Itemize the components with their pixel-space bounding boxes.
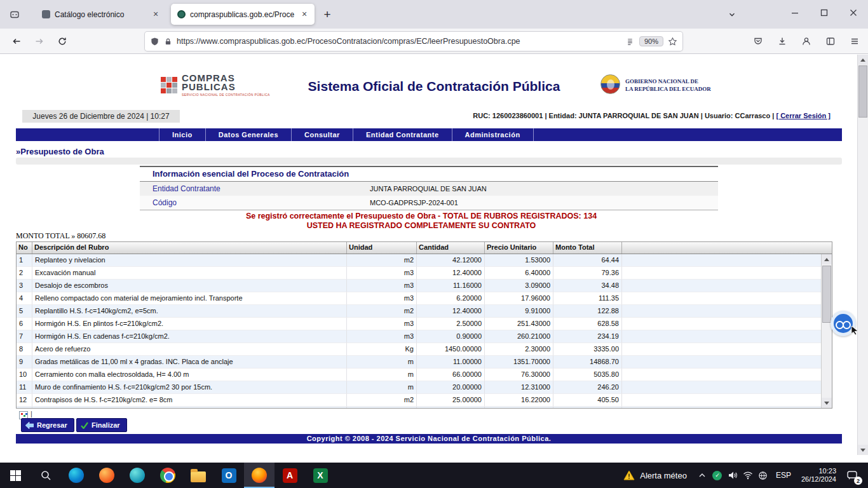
row-filler [622,280,821,292]
scroll-down-arrow[interactable] [822,398,832,408]
notifications-icon[interactable]: 2 [841,463,863,488]
menu-item-entidad-contratante[interactable]: Entidad Contratante [353,128,452,141]
row-cantidad: 20.00000 [417,381,485,394]
menu-item-inicio[interactable]: Inicio [159,128,205,141]
ruc-value: 1260023860001 [492,112,543,119]
scroll-down-arrow[interactable] [858,445,868,455]
list-tabs-chevron-icon[interactable] [723,8,741,22]
edge-icon[interactable] [61,463,92,488]
info-value: MCO-GADPRSJP-2024-001 [370,199,458,207]
network-globe-icon[interactable] [756,463,771,488]
row-cantidad: 2.50000 [417,318,485,330]
row-filler [622,254,821,267]
menu-item-administracion[interactable]: Administración [452,128,534,141]
row-no: 2 [17,267,32,280]
file-explorer-icon[interactable] [183,463,214,488]
regresar-button[interactable]: Regresar [21,418,74,432]
taskbar-clock[interactable]: 10:23 26/12/2024 [796,467,841,484]
browser-scrollbar[interactable] [857,55,868,455]
tab-compraspublicas[interactable]: compraspublicas.gob.ec/Proce × [171,4,315,25]
menu-item-consultar[interactable]: Consultar [291,128,353,141]
forward-button[interactable] [29,31,50,51]
row-filler [622,267,821,280]
excel-icon[interactable]: X [305,463,336,488]
row-precio-unitario: 2.30000 [485,343,553,356]
hidden-icons-chevron[interactable] [695,463,710,488]
language-indicator[interactable]: ESP [771,471,796,480]
row-precio-unitario: 6.40000 [485,267,553,280]
breadcrumb: »Presupuesto de Obra [16,147,104,156]
row-precio-unitario: 260.21000 [485,330,553,343]
finalizar-button[interactable]: Finalizar [76,418,127,432]
menu-hamburger-icon[interactable] [844,31,865,51]
windows-taskbar: O A X Alerta méteo ✓ ESP 10:23 [0,463,868,488]
row-descripcion: Muro de confinamiento H.S. f-c=210kg/cm2… [32,381,347,394]
entidad-label: Entidad: [549,112,577,119]
scroll-up-arrow[interactable] [858,55,868,65]
tab-close-icon[interactable]: × [298,8,311,21]
row-monto-total: 34.48 [553,280,622,292]
row-cantidad: 12.40000 [417,305,485,318]
start-button[interactable] [0,463,31,488]
windows-logo-icon [10,470,21,481]
acrobat-icon[interactable]: A [275,463,305,488]
info-row-entidad-contratante: Entidad ContratanteJUNTA PARROQUIAL DE S… [140,182,718,196]
row-unidad: m [347,356,417,369]
row-precio-unitario: 16.22000 [485,394,553,407]
brave-icon[interactable] [92,463,122,488]
outlook-icon[interactable]: O [214,463,244,488]
wifi-icon[interactable] [740,463,756,488]
table-scrollbar[interactable] [821,254,832,408]
row-monto-total: 234.19 [553,330,622,343]
new-tab-button[interactable]: + [318,6,336,24]
scrollbar-thumb[interactable] [858,65,867,118]
row-monto-total: 64.44 [553,254,622,267]
zoom-level[interactable]: 90% [639,36,663,46]
row-filler [622,394,821,407]
accessibility-widget[interactable] [831,311,856,336]
pocket-icon[interactable] [747,31,769,51]
reload-button[interactable] [52,31,72,51]
taskbar-search-icon[interactable] [31,463,61,488]
teal-app-icon[interactable] [122,463,153,488]
cerrar-sesion-link[interactable]: [ Cerrar Sesión ] [776,112,831,119]
row-descripcion: Gradas metálicas de 11,00 ml x 4 gradas.… [32,356,347,369]
row-no: 5 [17,305,32,318]
antivirus-tray-icon[interactable]: ✓ [710,463,725,488]
downloads-icon[interactable] [771,31,793,51]
window-controls [780,0,868,25]
bookmark-star-icon[interactable] [668,37,677,46]
back-button[interactable] [6,31,27,51]
row-no: 9 [17,356,32,369]
close-button[interactable] [839,0,868,25]
tab-close-icon[interactable]: × [149,8,162,21]
tab-favicon [42,10,50,18]
scroll-up-arrow[interactable] [822,254,832,264]
menu-item-datos-generales[interactable]: Datos Generales [205,128,291,141]
url-bar[interactable]: https://www.compraspublicas.gob.ec/Proce… [145,32,682,51]
table-row: 9Gradas metálicas de 11,00 ml x 4 gradas… [17,356,821,369]
page-footer: Copyright © 2008 - 2024 Servicio Naciona… [16,434,842,444]
reader-mode-icon[interactable] [625,37,635,46]
tab-catalogo-electronico[interactable]: Catálogo electrónico × [36,4,166,25]
info-panel: Información esencial del Proceso de Cont… [140,166,718,210]
minimize-button[interactable] [780,0,810,25]
firefox-icon[interactable] [244,463,275,488]
maximize-button[interactable] [810,0,839,25]
account-icon[interactable] [796,31,817,51]
table-row: 7Hormigón H.S. En cadenas f-c=210kg/cm2.… [17,330,821,343]
lock-icon[interactable] [164,37,172,46]
volume-icon[interactable] [725,463,740,488]
row-unidad [347,407,417,409]
chrome-icon[interactable] [153,463,183,488]
browser-tab-bar: Catálogo electrónico × compraspublicas.g… [0,0,868,29]
sidebar-icon[interactable] [820,31,841,51]
firefox-view-icon[interactable] [5,5,24,24]
weather-alert[interactable]: Alerta méteo [616,470,695,480]
scrollbar-thumb[interactable] [822,266,831,323]
tracking-shield-icon[interactable] [150,37,159,46]
row-descripcion [32,407,347,409]
row-descripcion: Hormigón H.S. En cadenas f-c=210kg/cm2. [32,330,347,343]
table-row: 8Acero de refuerzoKg1450.000002.30000333… [17,343,821,356]
tab-title: compraspublicas.gob.ec/Proce [190,10,295,19]
